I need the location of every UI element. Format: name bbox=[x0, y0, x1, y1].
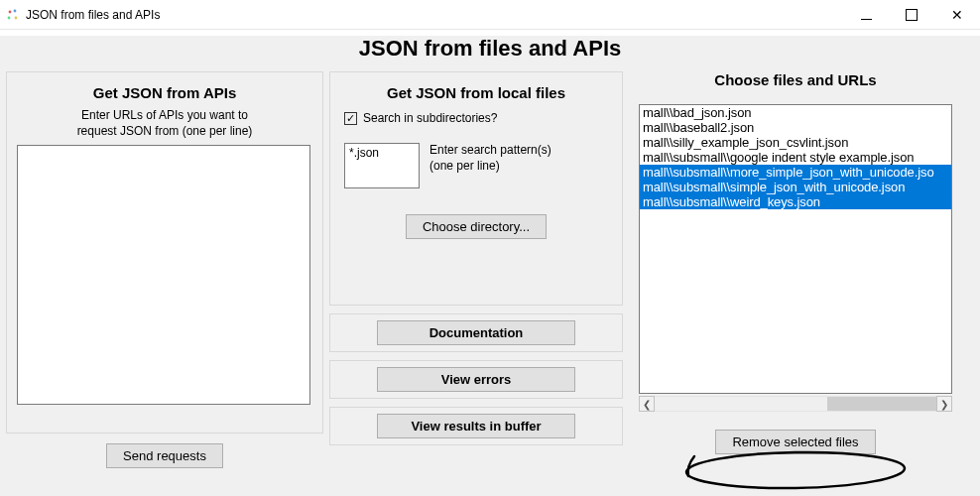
search-subdirs-row: ✓ Search in subdirectories? bbox=[344, 111, 612, 125]
columns: Get JSON from APIs Enter URLs of APIs yo… bbox=[6, 71, 974, 468]
choose-dir-wrap: Choose directory... bbox=[340, 214, 612, 239]
files-listbox[interactable]: mall\\bad_json.jsonmall\\baseball2.jsonm… bbox=[639, 104, 952, 394]
send-requests-button[interactable]: Send requests bbox=[106, 443, 223, 468]
local-files-heading: Get JSON from local files bbox=[340, 84, 612, 101]
choose-directory-button[interactable]: Choose directory... bbox=[406, 214, 547, 239]
send-requests-wrap: Send requests bbox=[6, 443, 323, 468]
maximize-button[interactable] bbox=[889, 0, 934, 30]
apis-panel: Get JSON from APIs Enter URLs of APIs yo… bbox=[6, 71, 323, 434]
window-controls: ✕ bbox=[843, 0, 980, 29]
column-files-urls: Choose files and URLs mall\\bad_json.jso… bbox=[629, 71, 962, 468]
pattern-help-line1: Enter search pattern(s) bbox=[429, 143, 551, 157]
api-urls-input[interactable] bbox=[17, 145, 310, 405]
search-subdirs-checkbox[interactable]: ✓ bbox=[344, 112, 357, 125]
svg-point-3 bbox=[15, 16, 18, 19]
close-button[interactable]: ✕ bbox=[934, 0, 980, 30]
remove-selected-files-button[interactable]: Remove selected files bbox=[715, 430, 875, 454]
apis-help-line2: request JSON from (one per line) bbox=[77, 124, 253, 138]
scroll-left-arrow-icon[interactable]: ❮ bbox=[639, 396, 655, 412]
column-apis: Get JSON from APIs Enter URLs of APIs yo… bbox=[6, 71, 323, 468]
main-heading: JSON from files and APIs bbox=[6, 36, 974, 62]
view-results-button[interactable]: View results in buffer bbox=[377, 414, 575, 438]
app-icon bbox=[0, 8, 26, 22]
svg-point-0 bbox=[9, 10, 12, 13]
scroll-track[interactable] bbox=[655, 396, 936, 412]
list-item[interactable]: mall\\baseball2.json bbox=[640, 120, 951, 135]
client-area: JSON from files and APIs Get JSON from A… bbox=[0, 36, 980, 496]
list-item[interactable]: mall\\bad_json.json bbox=[640, 105, 951, 120]
titlebar: JSON from files and APIs ✕ bbox=[0, 0, 980, 30]
pattern-help: Enter search pattern(s) (one per line) bbox=[429, 143, 551, 174]
apis-help-text: Enter URLs of APIs you want to request J… bbox=[17, 107, 312, 139]
list-item[interactable]: mall\\silly_example_json_csvlint.json bbox=[640, 135, 951, 150]
svg-point-1 bbox=[14, 9, 17, 12]
list-item[interactable]: mall\\subsmall\\more_simple_json_with_un… bbox=[640, 165, 951, 180]
pattern-help-line2: (one per line) bbox=[429, 159, 500, 173]
list-item[interactable]: mall\\subsmall\\google indent style exam… bbox=[640, 150, 951, 165]
window-title: JSON from files and APIs bbox=[26, 8, 843, 22]
apis-heading: Get JSON from APIs bbox=[17, 84, 312, 101]
documentation-button[interactable]: Documentation bbox=[377, 320, 575, 345]
view-results-panel: View results in buffer bbox=[329, 407, 623, 445]
minimize-button[interactable] bbox=[843, 0, 889, 30]
documentation-panel: Documentation bbox=[329, 313, 623, 352]
view-errors-button[interactable]: View errors bbox=[377, 367, 575, 392]
files-heading: Choose files and URLs bbox=[629, 71, 962, 88]
local-files-panel: Get JSON from local files ✓ Search in su… bbox=[329, 71, 623, 306]
scroll-thumb[interactable] bbox=[827, 397, 936, 411]
scroll-right-arrow-icon[interactable]: ❯ bbox=[936, 396, 952, 412]
remove-files-wrap: Remove selected files bbox=[629, 430, 962, 454]
svg-point-2 bbox=[8, 16, 11, 19]
search-pattern-input[interactable] bbox=[344, 143, 420, 188]
search-subdirs-label: Search in subdirectories? bbox=[363, 111, 497, 125]
column-local-files: Get JSON from local files ✓ Search in su… bbox=[329, 71, 623, 468]
apis-help-line1: Enter URLs of APIs you want to bbox=[81, 108, 248, 122]
list-item[interactable]: mall\\subsmall\\weird_keys.json bbox=[640, 194, 951, 209]
files-h-scrollbar[interactable]: ❮ ❯ bbox=[639, 396, 952, 412]
list-item[interactable]: mall\\subsmall\\simple_json_with_unicode… bbox=[640, 180, 951, 194]
view-errors-panel: View errors bbox=[329, 360, 623, 399]
pattern-row: Enter search pattern(s) (one per line) bbox=[344, 143, 612, 188]
